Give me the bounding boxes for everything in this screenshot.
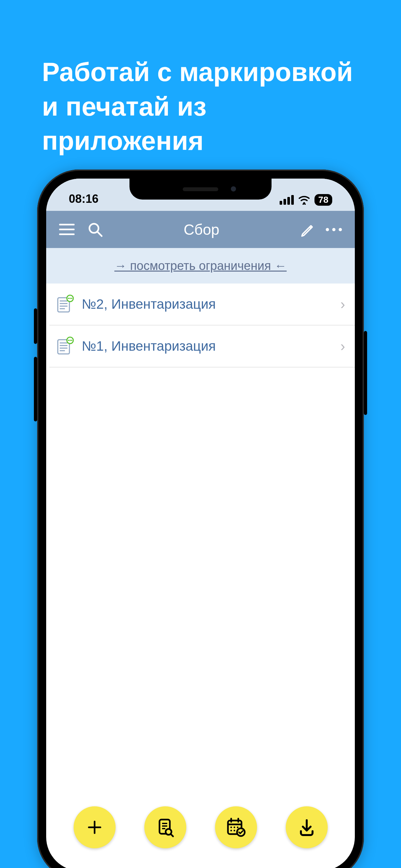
plus-icon (85, 817, 104, 837)
download-icon (297, 817, 316, 837)
limitations-link[interactable]: → посмотреть ограничения ← (114, 259, 287, 273)
svg-line-28 (171, 834, 173, 836)
document-list: №2, Инвентаризация › (46, 283, 355, 368)
svg-point-11 (71, 298, 72, 299)
svg-point-20 (71, 340, 72, 341)
svg-point-37 (234, 830, 235, 832)
svg-point-0 (303, 202, 305, 204)
search-docs-button[interactable] (144, 806, 186, 848)
battery-badge: 78 (314, 194, 332, 206)
schedule-button[interactable] (215, 806, 257, 848)
document-search-icon (155, 817, 176, 838)
list-item-title: №2, Инвентаризация (82, 297, 340, 312)
promo-headline: Работай с маркировкой и печатай из прило… (42, 55, 359, 158)
page-title: Сбор (103, 221, 300, 238)
menu-icon[interactable] (59, 224, 74, 235)
chevron-right-icon: › (340, 296, 345, 312)
phone-notch (129, 179, 272, 199)
cellular-icon (280, 195, 294, 205)
search-icon[interactable] (88, 222, 103, 237)
svg-point-35 (237, 827, 238, 828)
add-button[interactable] (73, 806, 116, 848)
svg-point-34 (234, 827, 235, 828)
svg-line-2 (97, 232, 102, 236)
svg-point-10 (69, 298, 71, 299)
svg-point-9 (68, 298, 69, 299)
list-item[interactable]: №2, Инвентаризация › (50, 283, 355, 326)
status-time: 08:16 (69, 192, 98, 206)
phone-frame: 08:16 78 Сбор (37, 169, 364, 868)
bottom-actions (46, 806, 355, 848)
calendar-check-icon (225, 817, 247, 838)
wifi-icon (298, 195, 310, 205)
chevron-right-icon: › (340, 338, 345, 354)
document-icon (55, 294, 74, 314)
list-item-title: №1, Инвентаризация (82, 338, 340, 354)
more-icon[interactable] (326, 228, 342, 231)
list-item[interactable]: №1, Инвентаризация › (50, 326, 355, 368)
svg-point-18 (68, 340, 69, 341)
svg-point-33 (230, 827, 232, 828)
nav-bar: Сбор (46, 211, 355, 248)
svg-point-36 (230, 830, 232, 832)
svg-point-19 (69, 340, 71, 341)
pencil-icon[interactable] (300, 222, 314, 237)
document-icon (55, 337, 74, 356)
download-button[interactable] (286, 806, 328, 848)
limitations-banner[interactable]: → посмотреть ограничения ← (46, 248, 355, 283)
